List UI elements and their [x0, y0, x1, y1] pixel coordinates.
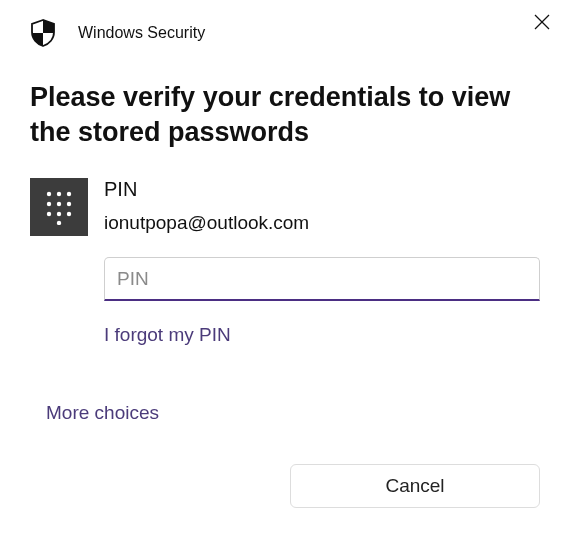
- svg-point-4: [67, 192, 71, 196]
- svg-point-6: [57, 202, 61, 206]
- windows-security-dialog: Windows Security Please verify your cred…: [0, 0, 570, 538]
- credential-info: PIN ionutpopa@outlook.com I forgot my PI…: [104, 178, 540, 346]
- svg-point-10: [67, 212, 71, 216]
- credential-section: PIN ionutpopa@outlook.com I forgot my PI…: [0, 166, 570, 346]
- cancel-button[interactable]: Cancel: [290, 464, 540, 508]
- pin-pad-icon: [30, 178, 88, 236]
- forgot-pin-link[interactable]: I forgot my PIN: [104, 324, 540, 346]
- more-choices-link[interactable]: More choices: [0, 402, 159, 424]
- app-title: Windows Security: [78, 24, 205, 42]
- svg-point-5: [47, 202, 51, 206]
- svg-point-9: [57, 212, 61, 216]
- dialog-footer: Cancel: [290, 464, 540, 508]
- pin-input[interactable]: [104, 257, 540, 301]
- svg-point-7: [67, 202, 71, 206]
- svg-point-2: [47, 192, 51, 196]
- svg-point-3: [57, 192, 61, 196]
- credential-method-label: PIN: [104, 178, 540, 201]
- close-icon: [534, 14, 550, 34]
- svg-point-11: [57, 221, 61, 225]
- close-button[interactable]: [532, 14, 552, 34]
- shield-icon: [30, 20, 56, 46]
- svg-point-8: [47, 212, 51, 216]
- prompt-title: Please verify your credentials to view t…: [0, 56, 570, 166]
- dialog-header: Windows Security: [0, 0, 570, 56]
- credential-email: ionutpopa@outlook.com: [104, 212, 540, 234]
